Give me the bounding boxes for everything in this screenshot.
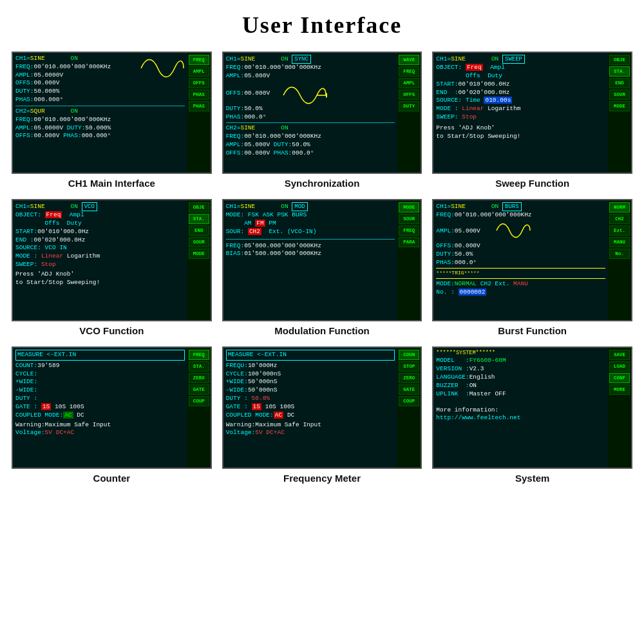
btn-more-sys[interactable]: MORE [609,384,630,395]
sidebar-vco: OBJE STA. END SOUR MODE [187,200,211,320]
btn-sour-vco[interactable]: SOUR [189,237,209,247]
sidebar-system: SAVE LOAD CONF MORE [608,348,631,468]
btn-freq[interactable]: FREQ [189,55,209,65]
screen-sweep: CH1=SINE ON SWEEP OBJECT: Freq Ampl Offs… [432,52,632,174]
btn-end-vco[interactable]: END [189,225,209,236]
cell-mod: CH1=SINE ON MOD MODE: FSK ASK PSK BURS A… [217,195,428,343]
sidebar-mod: MODE SOUR FREQ PARA [397,200,421,320]
btn-mode-sw[interactable]: MODE [609,101,630,111]
screen-content-mod: CH1=SINE ON MOD MODE: FSK ASK PSK BURS A… [223,200,398,320]
btn-zero-fm[interactable]: ZERO [399,373,419,383]
btn-zero-ctr[interactable]: ZERO [189,373,209,383]
label-freqmeter: Frequency Meter [283,473,361,484]
btn-phas1[interactable]: PHAS [189,90,209,100]
btn-norm-burst[interactable]: NORM [609,202,630,213]
label-sync: Synchronization [285,178,360,189]
btn-sta-vco[interactable]: STA. [189,214,209,224]
screen-content-sync: CH1=SINE ON SYNC FREQ:00'010.000'000'000… [223,53,398,173]
sidebar-sync: WAVE FREQ AMPL OFFS DUTY [397,53,421,173]
screen-content-burst: CH1=SINE ON BURS FREQ:00'010.000'000'000… [433,200,608,320]
screen-content-freqmeter: MEASURE <-EXT.IN FREQU:10'000Hz CYCLE:10… [223,348,398,468]
ui-grid: CH1=SINE ON FREQ:00'010.000'000'000KHz A… [0,48,644,490]
btn-ch2-burst[interactable]: CH2 [609,214,630,224]
btn-coup-fm[interactable]: COUP [399,396,419,406]
btn-freq-ctr[interactable]: FREQ [189,350,209,360]
btn-no-burst[interactable]: No. [609,249,630,259]
btn-sour-sw[interactable]: SOUR [609,90,630,100]
screen-mod: CH1=SINE ON MOD MODE: FSK ASK PSK BURS A… [222,199,422,321]
btn-freq-s[interactable]: FREQ [399,66,419,77]
page-title: User Interface [0,0,644,48]
screen-ch1-main: CH1=SINE ON FREQ:00'010.000'000'000KHz A… [12,52,212,174]
screen-sync: CH1=SINE ON SYNC FREQ:00'010.000'000'000… [222,52,422,174]
btn-sour-mod[interactable]: SOUR [399,214,419,224]
btn-wave[interactable]: WAVE [399,55,419,65]
label-sweep: Sweep Function [495,178,569,189]
btn-ampl-s[interactable]: AMPL [399,78,419,88]
btn-gate-fm[interactable]: GATE [399,384,419,395]
btn-save-sys[interactable]: SAVE [609,350,630,360]
btn-para-mod[interactable]: PARA [399,237,419,247]
sidebar-ch1-main: FREQ AMPL OFFS PHAS PHAS [187,53,211,173]
cell-system: ******SYSTEM****** MODEL :FY6600-60M VER… [427,343,638,490]
btn-mode-mod[interactable]: MODE [399,202,419,213]
cell-ch1-main: CH1=SINE ON FREQ:00'010.000'000'000KHz A… [6,48,217,195]
screen-content-counter: MEASURE <-EXT.IN COUNT:39'589 CYCLE: +WI… [13,348,187,468]
btn-ext-burst[interactable]: Ext. [609,225,630,236]
cell-burst: CH1=SINE ON BURS FREQ:00'010.000'000'000… [427,195,638,343]
btn-stop-fm[interactable]: STOP [399,361,419,372]
cell-freqmeter: MEASURE <-EXT.IN FREQU:10'000Hz CYCLE:10… [217,343,428,490]
sidebar-sweep: OBJE STA. END SOUR MODE [608,53,631,173]
cell-sync: CH1=SINE ON SYNC FREQ:00'010.000'000'000… [217,48,428,195]
screen-content-ch1-main: CH1=SINE ON FREQ:00'010.000'000'000KHz A… [13,53,187,173]
sidebar-freqmeter: COUN STOP ZERO GATE COUP [397,348,421,468]
sidebar-burst: NORM CH2 Ext. MANU No. [608,200,631,320]
svg-marker-1 [326,93,327,98]
label-burst: Burst Function [498,325,567,336]
label-vco: VCO Function [79,325,144,336]
sidebar-counter: FREQ STA. ZERO GATE COUP [187,348,211,468]
btn-offs-s[interactable]: OFFS [399,90,419,100]
btn-coup-ctr[interactable]: COUP [189,396,209,406]
btn-mode-vco[interactable]: MODE [189,249,209,259]
screen-vco: CH1=SINE ON VCO OBJECT: Freq Ampl Offs D… [12,199,212,321]
btn-sta-sw[interactable]: STA. [609,66,630,77]
btn-ampl[interactable]: AMPL [189,66,209,77]
btn-duty-s[interactable]: DUTY [399,101,419,111]
screen-content-vco: CH1=SINE ON VCO OBJECT: Freq Ampl Offs D… [13,200,187,320]
btn-obje-vco[interactable]: OBJE [189,202,209,213]
screen-freqmeter: MEASURE <-EXT.IN FREQU:10'000Hz CYCLE:10… [222,346,422,469]
label-system: System [515,473,549,484]
screen-content-system: ******SYSTEM****** MODEL :FY6600-60M VER… [433,348,608,468]
btn-conf-sys[interactable]: CONF [609,373,630,383]
btn-phas2[interactable]: PHAS [189,101,209,111]
screen-content-sweep: CH1=SINE ON SWEEP OBJECT: Freq Ampl Offs… [433,53,608,173]
cell-vco: CH1=SINE ON VCO OBJECT: Freq Ampl Offs D… [6,195,217,343]
btn-freq-mod[interactable]: FREQ [399,225,419,236]
label-ch1-main: CH1 Main Interface [68,178,155,189]
cell-counter: MEASURE <-EXT.IN COUNT:39'589 CYCLE: +WI… [6,343,217,490]
screen-counter: MEASURE <-EXT.IN COUNT:39'589 CYCLE: +WI… [12,346,212,469]
btn-obje-sw[interactable]: OBJE [609,55,630,65]
btn-end-sw[interactable]: END [609,78,630,88]
cell-sweep: CH1=SINE ON SWEEP OBJECT: Freq Ampl Offs… [427,48,638,195]
btn-coun-fm[interactable]: COUN [399,350,419,360]
btn-manu-burst[interactable]: MANU [609,237,630,247]
label-counter: Counter [93,473,131,484]
label-mod: Modulation Function [274,325,369,336]
btn-gate-ctr[interactable]: GATE [189,384,209,395]
btn-offs[interactable]: OFFS [189,78,209,88]
screen-system: ******SYSTEM****** MODEL :FY6600-60M VER… [432,346,632,469]
screen-burst: CH1=SINE ON BURS FREQ:00'010.000'000'000… [432,199,632,321]
btn-load-sys[interactable]: LOAD [609,361,630,372]
btn-sta-ctr[interactable]: STA. [189,361,209,372]
